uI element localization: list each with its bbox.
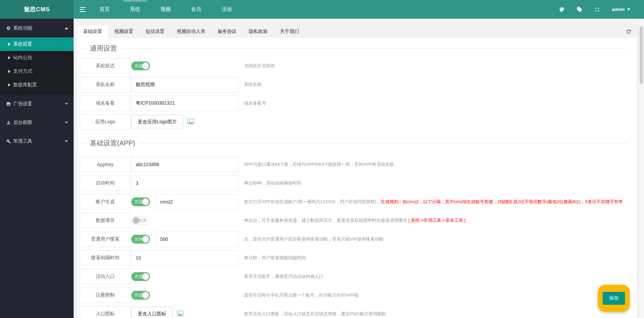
- sidebar-subitem-label: 系统设置: [13, 41, 32, 47]
- gear-icon: [6, 26, 11, 31]
- sidebar-submenu: 系统设置站内公告支付方式数据库配置: [0, 37, 74, 94]
- help-text-gray: APP与接口通讯KEY值，必须与APP内KEY值保持一致，否则APP将启动失败: [244, 162, 394, 167]
- broken-image-icon: [187, 119, 194, 125]
- field-control: [131, 95, 239, 111]
- tab-基础设置[interactable]: 基础设置: [77, 25, 108, 38]
- help-text: 次，是否允许普通用户或游客使用搜索功能，否则只能VIP使用搜索功能: [244, 236, 383, 242]
- text-input[interactable]: [131, 77, 239, 92]
- field-label: 应用Logo: [80, 114, 131, 130]
- sidebar-item-数据库配置[interactable]: 数据库配置: [0, 78, 74, 92]
- tab-视频自动入库[interactable]: 视频自动入库: [171, 25, 211, 37]
- field-label: 启动时间: [80, 175, 131, 191]
- user-menu[interactable]: admin: [612, 7, 630, 12]
- sidebar-item-常用工具[interactable]: 常用工具: [0, 132, 74, 151]
- form-row: 域名备案域名备案号: [80, 95, 634, 111]
- toggle-switch[interactable]: 开启: [131, 61, 150, 70]
- upload-button[interactable]: 更改应用Logo图片: [131, 115, 183, 129]
- broken-image-icon: [177, 311, 184, 317]
- field-label: 注册限制: [80, 287, 131, 303]
- top-nav-item-系统[interactable]: 系统: [120, 0, 150, 19]
- sidebar-group: 常用工具: [0, 132, 74, 151]
- sidebar-subitem-label: 支付方式: [13, 68, 32, 74]
- text-input[interactable]: [131, 175, 239, 191]
- help-text-red: [ 系统->常用工具->基本工具 ]: [409, 218, 466, 223]
- top-nav-item-活动[interactable]: 活动: [211, 0, 242, 19]
- toggle-switch[interactable]: 开启: [131, 291, 150, 300]
- text-input[interactable]: [156, 231, 239, 247]
- tab-短信设置[interactable]: 短信设置: [139, 25, 171, 37]
- top-nav-item-视频[interactable]: 视频: [150, 0, 181, 19]
- toggle-knob: [142, 63, 149, 69]
- text-input[interactable]: [131, 250, 239, 266]
- top-nav-item-首页[interactable]: 首页: [89, 0, 120, 19]
- form-row: 系统名称系统名称: [80, 77, 634, 92]
- settings-form: 通用设置系统状态开启关闭或开启系统系统名称系统名称域名备案域名备案号应用Logo…: [77, 38, 637, 318]
- section-title: 通用设置: [80, 43, 634, 53]
- help-text: 是否开启首页，播放页浮动活动列表入口: [244, 273, 323, 280]
- help-text-gray: 单位秒，用户搜索视频间隔时间: [244, 255, 306, 260]
- text-input[interactable]: [131, 157, 239, 172]
- sidebar-item-label: 常用工具: [13, 138, 32, 144]
- toggle-knob: [133, 217, 139, 224]
- tab-关于我们[interactable]: 关于我们: [274, 25, 305, 37]
- sidebar-item-广告设置[interactable]: 广告设置: [0, 94, 74, 113]
- toggle-knob: [142, 198, 149, 205]
- tab-服务协议[interactable]: 服务协议: [211, 25, 243, 37]
- user-icon: [6, 120, 11, 125]
- theme-palette-icon[interactable]: [559, 6, 565, 13]
- top-header: 魅思CMS 首页系统视频会员活动 admin: [0, 0, 644, 19]
- sidebar-item-后台权限[interactable]: 后台权限: [0, 113, 74, 132]
- field-control: [131, 250, 239, 266]
- field-label: 搜索间隔时间: [80, 250, 131, 266]
- collapse-sidebar-icon[interactable]: [74, 0, 89, 19]
- help-text-gray: 单位分，可节省服务器资源，减少数据库压力，更新资源后如需即时生效请清理缓存: [244, 218, 409, 223]
- section-title-text: 基础设置(APP): [90, 139, 135, 148]
- sidebar-group: 系统功能系统设置站内公告支付方式数据库配置: [0, 19, 74, 94]
- toggle-state-label: 开启: [134, 293, 143, 298]
- help-text-gray: 是否开启每台手机只限注册一个账号，此功能只针对APP端: [244, 293, 359, 298]
- help-text-gray: 关闭或开启系统: [244, 63, 275, 68]
- tag-icon[interactable]: [576, 6, 583, 13]
- field-label: 账户生成: [80, 194, 131, 210]
- help-text: APP与接口通讯KEY值，必须与APP内KEY值保持一致，否则APP将启动失败: [244, 161, 394, 167]
- text-input[interactable]: [131, 95, 239, 111]
- form-row: AppKeyAPP与接口通讯KEY值，必须与APP内KEY值保持一致，否则APP…: [80, 157, 634, 172]
- help-text-gray: 单位秒钟，启动动画播放时间: [244, 180, 301, 186]
- top-nav-item-会员[interactable]: 会员: [181, 0, 211, 19]
- sidebar-item-支付方式[interactable]: 支付方式: [0, 65, 74, 78]
- tab-视频设置[interactable]: 视频设置: [108, 25, 139, 37]
- page-scrollbar[interactable]: [638, 19, 644, 318]
- help-text: 首页活动入口图标，活动入口状态开启状态有效，建议PNG格式透明图标: [244, 311, 386, 317]
- help-text: 域名备案号: [244, 100, 266, 106]
- form-row: 应用Logo更改应用Logo图片: [80, 114, 634, 130]
- toggle-state-label: 开启: [134, 199, 143, 205]
- sidebar-item-站内公告[interactable]: 站内公告: [0, 51, 74, 65]
- toggle-switch[interactable]: 开启: [131, 197, 150, 206]
- upload-button[interactable]: 更改入口图标: [131, 307, 173, 318]
- fullscreen-icon[interactable]: [594, 6, 600, 13]
- toggle-switch[interactable]: 关闭: [131, 216, 150, 225]
- main-area: 基础设置视频设置短信设置视频自动入库服务协议隐私政策关于我们 通用设置系统状态开…: [74, 19, 637, 318]
- toggle-switch[interactable]: 开启: [131, 272, 150, 281]
- text-input[interactable]: [156, 194, 239, 210]
- sidebar-item-系统设置[interactable]: 系统设置: [0, 37, 74, 51]
- tab-隐私政策[interactable]: 隐私政策: [243, 25, 274, 37]
- field-control: 允许: [131, 231, 239, 247]
- sidebar-item-系统功能[interactable]: 系统功能: [0, 19, 74, 37]
- ad-image-icon: [6, 102, 11, 106]
- content-card: 基础设置视频设置短信设置视频自动入库服务协议隐私政策关于我们 通用设置系统状态开…: [77, 25, 637, 318]
- refresh-icon[interactable]: [626, 29, 632, 35]
- form-row: 活动入口开启是否开启首页，播放页浮动活动列表入口: [80, 269, 634, 284]
- scrollbar-thumb[interactable]: [640, 26, 643, 84]
- form-row: 系统状态开启关闭或开启系统: [80, 58, 634, 74]
- header-right: admin: [559, 0, 644, 19]
- help-text-gray: 系统名称: [244, 82, 262, 87]
- help-text: 首次打开APP自动生成账户(统一密码为123456，用户必须同意授权)，生成规则…: [244, 199, 623, 205]
- toggle-switch[interactable]: 允许: [131, 235, 150, 244]
- chevron-down-icon: [65, 103, 68, 105]
- toggle-state-label: 关闭: [138, 218, 147, 224]
- help-text-gray: 域名备案号: [244, 101, 266, 106]
- sidebar-item-label: 后台权限: [13, 120, 32, 126]
- field-control: 开启: [131, 194, 239, 210]
- save-button[interactable]: 保存: [603, 292, 625, 305]
